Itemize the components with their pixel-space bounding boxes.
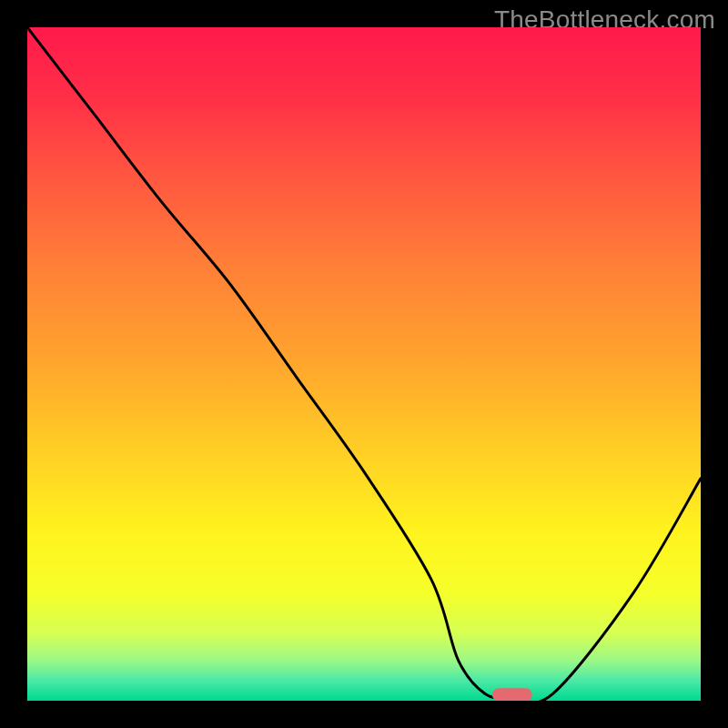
chart-frame: TheBottleneck.com — [0, 0, 728, 728]
chart-svg — [27, 27, 701, 701]
plot-area — [27, 27, 701, 701]
gradient-background — [27, 27, 701, 701]
marker-pill — [492, 688, 532, 701]
